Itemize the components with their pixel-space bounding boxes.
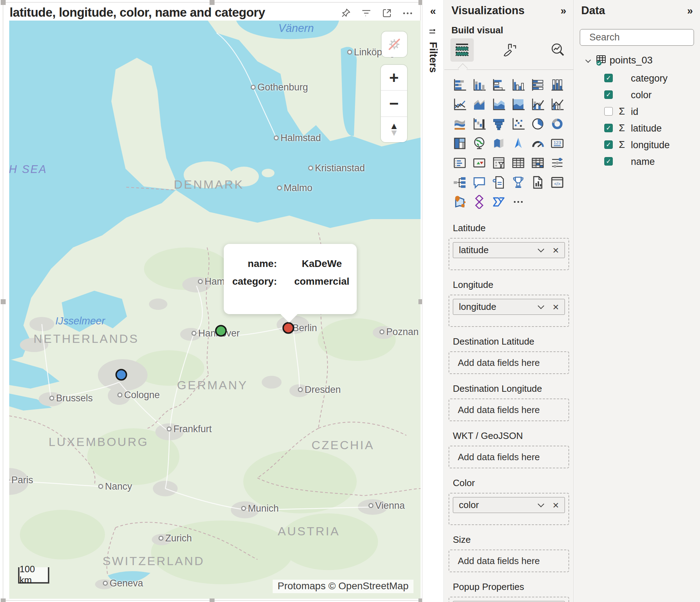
visual-type-waterfall-chart-icon[interactable] [470,114,489,134]
well-label: Destination Latitude [453,336,569,347]
field-checkbox[interactable]: ✓ [604,124,613,132]
data-point-marker-blue[interactable] [116,369,127,381]
visual-type-more-visuals-icon[interactable] [509,192,528,212]
visual-type-embed-code-icon[interactable]: </> [548,173,567,192]
remove-field-icon[interactable]: × [552,500,559,511]
data-point-marker-green[interactable] [215,325,227,337]
resize-handle[interactable] [1,0,6,5]
map-visual-container[interactable]: latitude, longitude, color, name and cat… [3,2,421,601]
city-dot [191,331,196,336]
visual-type-donut-chart-icon[interactable] [548,114,567,134]
visual-type-gauge-icon[interactable] [528,134,548,153]
field-checkbox[interactable]: ✓ [604,140,613,149]
data-field-name[interactable]: ✓name [574,154,700,170]
filter-icon[interactable] [360,7,373,19]
city-dot [347,50,352,55]
visual-type-100-stacked-column-chart-icon[interactable] [548,75,567,95]
visual-type-100-stacked-area-chart-icon[interactable] [509,95,528,114]
visual-type-smart-narrative-icon[interactable] [489,173,509,192]
field-checkbox[interactable] [604,107,613,116]
visual-type-matrix-icon[interactable] [528,153,548,173]
visual-type-paginated-report-icon[interactable] [528,173,548,192]
visual-type-stacked-area-chart-icon[interactable] [489,95,509,114]
visual-type-pie-chart-icon[interactable] [528,114,548,134]
region-label: DENMARK [174,178,244,191]
field-checkbox[interactable]: ✓ [604,74,613,82]
expand-filters-icon[interactable]: « [422,5,444,17]
visual-type-line-clustered-column-chart-icon[interactable] [548,95,567,114]
city-label: Zurich [165,533,192,544]
data-field-color[interactable]: ✓color [574,87,700,104]
field-pill-color[interactable]: color × [453,497,565,513]
visual-type-azure-map-icon[interactable] [509,134,528,153]
tab-build-visual[interactable] [450,38,474,62]
visual-type-stacked-bar-chart-icon[interactable] [450,75,470,95]
focus-mode-icon[interactable] [380,7,393,19]
visual-type-kpi-icon[interactable] [470,153,489,173]
visual-type-treemap-icon[interactable] [450,134,470,153]
visual-type-power-automate-icon[interactable] [489,192,509,212]
visual-type-q-and-a-icon[interactable] [470,173,489,192]
visual-type-table-icon[interactable] [509,153,528,173]
visual-type-card-icon[interactable]: 123 [548,134,567,153]
field-pill-latitude[interactable]: latitude × [453,242,565,258]
well-wkt-geojson[interactable]: Add data fields here [449,446,569,468]
visual-type-line-stacked-column-chart-icon[interactable] [528,95,548,114]
visual-type-line-chart-icon[interactable] [450,95,470,114]
visual-type-slicer-new-icon[interactable] [548,153,567,173]
visual-type-clustered-bar-chart-icon[interactable] [489,75,509,95]
remove-field-icon[interactable]: × [552,245,559,256]
map-settings-button[interactable] [382,32,407,57]
table-row-points-03[interactable]: points_03 [574,52,700,69]
chevron-down-icon[interactable] [538,246,544,252]
resize-handle[interactable] [210,0,215,5]
collapse-data-icon[interactable]: » [687,5,693,17]
visual-type-filled-map-icon[interactable] [489,134,509,153]
visual-type-ribbon-chart-icon[interactable] [450,114,470,134]
visual-type-map-icon[interactable] [470,134,489,153]
city-label: Munich [248,503,279,514]
search-input[interactable] [589,32,700,43]
visual-type-stacked-column-chart-icon[interactable] [470,75,489,95]
well-destination-longitude[interactable]: Add data fields here [449,398,569,421]
visual-type-slicer-icon[interactable] [489,153,509,173]
chevron-down-icon[interactable] [538,302,544,309]
field-checkbox[interactable]: ✓ [604,90,613,99]
visual-type-multi-row-card-icon[interactable] [450,153,470,173]
field-checkbox[interactable]: ✓ [604,157,613,166]
chevron-down-icon[interactable] [538,501,544,507]
resize-handle[interactable] [1,598,6,602]
well-size[interactable]: Add data fields here [449,550,569,572]
visual-type-clustered-column-chart-icon[interactable] [509,75,528,95]
tab-analytics[interactable] [546,38,570,62]
data-field-longitude[interactable]: ✓Σlongitude [574,137,700,154]
resize-handle[interactable] [1,299,6,304]
pitch-toggle-button[interactable]: ▲ ▼ [381,116,407,142]
tab-format-visual[interactable] [498,38,522,62]
visual-type-decomposition-tree-icon[interactable] [450,173,470,192]
zoom-out-button[interactable]: − [381,90,407,116]
visual-type-power-apps-icon[interactable] [470,192,489,212]
data-point-marker-red[interactable] [283,322,294,334]
resize-handle[interactable] [210,598,215,602]
map-canvas[interactable]: VänernTH SEAIJsselmeerDENMARKNETHERLANDS… [9,21,421,599]
visual-type-area-chart-icon[interactable] [470,95,489,114]
more-options-icon[interactable] [401,7,414,19]
zoom-in-button[interactable]: + [381,65,407,90]
filters-pane-collapsed[interactable]: « Filters [422,0,444,602]
data-field-id[interactable]: Σid [574,104,700,120]
visual-type-scatter-chart-icon[interactable] [509,114,528,134]
visual-type-funnel-chart-icon[interactable] [489,114,509,134]
visual-type-icon-map-pro-icon[interactable] [450,192,470,212]
chevron-down-icon[interactable] [585,57,591,63]
well-destination-latitude[interactable]: Add data fields here [449,351,569,374]
search-box[interactable] [580,29,694,46]
data-field-latitude[interactable]: ✓Σlatitude [574,120,700,137]
collapse-visualizations-icon[interactable]: » [561,5,566,17]
visual-type-100-stacked-bar-chart-icon[interactable] [528,75,548,95]
pin-icon[interactable] [339,7,352,19]
remove-field-icon[interactable]: × [552,302,559,312]
visual-type-metrics-icon[interactable] [509,173,528,192]
field-pill-longitude[interactable]: longitude × [453,299,565,315]
data-field-category[interactable]: ✓category [574,70,700,87]
